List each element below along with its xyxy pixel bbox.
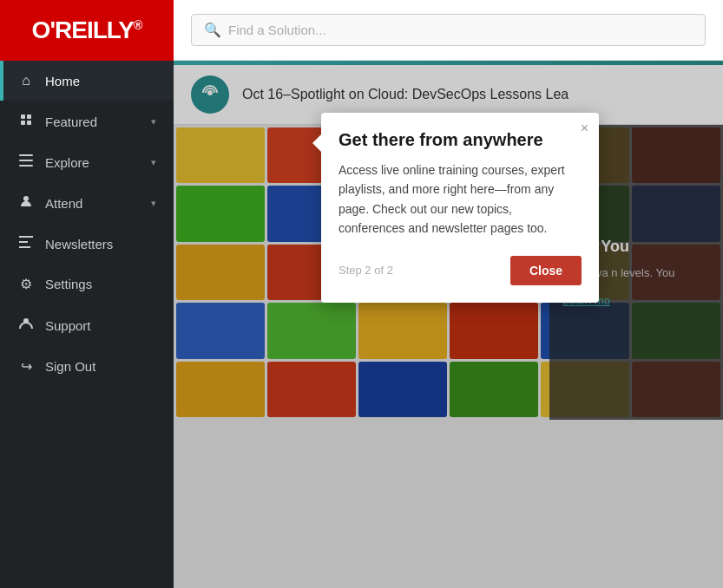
sidebar: ⌂ Home Featured ▾ Explore ▾ Attend ▾: [0, 61, 174, 588]
popup-close-x[interactable]: ×: [581, 121, 588, 135]
signout-icon: ↪: [17, 358, 35, 375]
settings-icon: ⚙: [17, 276, 35, 292]
svg-rect-2: [27, 114, 31, 119]
tooltip-popup: × Get there from anywhere Access live on…: [321, 113, 599, 303]
svg-point-7: [23, 196, 29, 201]
search-area: 🔍 Find a Solution...: [174, 14, 723, 46]
search-bar[interactable]: 🔍 Find a Solution...: [191, 14, 706, 46]
svg-rect-5: [19, 160, 33, 161]
svg-rect-0: [21, 114, 25, 119]
svg-rect-6: [19, 165, 33, 167]
sidebar-item-home[interactable]: ⌂ Home: [0, 61, 174, 101]
chevron-down-icon: ▾: [151, 116, 156, 127]
search-placeholder: Find a Solution...: [228, 23, 326, 37]
chevron-down-icon: ▾: [151, 198, 156, 209]
sidebar-item-label: Attend: [45, 196, 151, 211]
logo: O'REILLY®: [32, 16, 142, 44]
sidebar-item-label: Sign Out: [45, 359, 156, 374]
svg-rect-10: [19, 246, 30, 248]
sidebar-item-label: Settings: [45, 277, 156, 291]
sidebar-item-label: Home: [45, 74, 156, 88]
popup-close-button[interactable]: Close: [510, 256, 582, 285]
svg-rect-8: [19, 236, 33, 238]
popup-step: Step 2 of 2: [338, 264, 393, 277]
popup-footer: Step 2 of 2 Close: [338, 256, 582, 285]
svg-rect-3: [27, 121, 31, 125]
featured-icon: [17, 113, 35, 130]
svg-rect-4: [19, 154, 33, 156]
sidebar-item-explore[interactable]: Explore ▾: [0, 142, 174, 182]
support-icon: [17, 317, 35, 334]
content-area: Oct 16–Spotlight on Cloud: DevSecOps Les…: [174, 61, 723, 588]
home-icon: ⌂: [17, 73, 35, 88]
sidebar-item-support[interactable]: Support: [0, 304, 174, 346]
sidebar-item-label: Newsletters: [45, 237, 156, 252]
sidebar-item-newsletters[interactable]: Newsletters: [0, 224, 174, 264]
popup-body: Access live online training courses, exp…: [338, 160, 582, 238]
popup-title: Get there from anywhere: [338, 130, 564, 150]
search-icon: 🔍: [204, 22, 221, 38]
sidebar-item-label: Support: [45, 318, 156, 333]
svg-rect-9: [19, 241, 28, 243]
sidebar-item-label: Explore: [45, 155, 151, 170]
chevron-down-icon: ▾: [151, 157, 156, 168]
logo-area[interactable]: O'REILLY®: [0, 0, 174, 61]
sidebar-item-settings[interactable]: ⚙ Settings: [0, 264, 174, 304]
logo-reg: ®: [134, 17, 141, 31]
header: O'REILLY® 🔍 Find a Solution...: [0, 0, 723, 61]
svg-rect-1: [21, 121, 25, 125]
sidebar-item-featured[interactable]: Featured ▾: [0, 101, 174, 142]
newsletters-icon: [17, 236, 35, 252]
sidebar-item-attend[interactable]: Attend ▾: [0, 182, 174, 224]
explore-icon: [17, 154, 35, 170]
sidebar-item-label: Featured: [45, 114, 151, 129]
attend-icon: [17, 194, 35, 212]
sidebar-item-signout[interactable]: ↪ Sign Out: [0, 346, 174, 387]
main-layout: ⌂ Home Featured ▾ Explore ▾ Attend ▾: [0, 61, 723, 588]
